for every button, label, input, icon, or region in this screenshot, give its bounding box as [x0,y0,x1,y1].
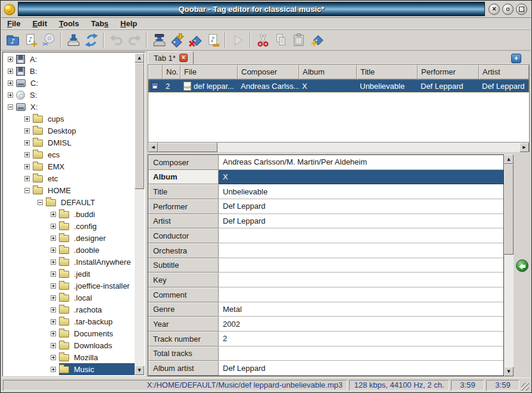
add-tab-button[interactable]: + [511,54,521,63]
property-value[interactable] [219,228,503,243]
menu-tools[interactable]: Tools [59,19,79,28]
expand-plus-icon[interactable] [24,116,30,122]
tree-item-etc[interactable]: etc [4,172,135,184]
expand-plus-icon[interactable] [8,69,13,74]
copy-button[interactable] [272,31,290,49]
property-row-artist[interactable]: ArtistDef Leppard [148,214,503,229]
property-value[interactable]: 2002 [219,317,503,332]
property-row-album-selected[interactable]: AlbumX [148,170,503,185]
minimize-button[interactable] [502,4,514,15]
tree-item-config[interactable]: .config [4,220,135,232]
expand-plus-icon[interactable] [24,152,30,157]
menu-tabs[interactable]: Tabs [91,19,108,28]
tree-item-desktop[interactable]: Desktop [4,125,135,137]
titlebar-gradient[interactable]: Qoobar - Tag editor for classical music* [18,2,485,16]
reload-button[interactable] [82,31,100,49]
tree-item-home[interactable]: HOME [4,184,135,196]
property-value[interactable] [219,243,503,258]
tree-item-rachota[interactable]: .rachota [4,304,135,315]
tree-item-downloads[interactable]: Downloads [4,339,135,351]
expand-plus-icon[interactable] [51,355,56,360]
expand-plus-icon[interactable] [51,224,56,229]
close-button[interactable]: × [489,4,500,15]
collapse-minus-icon[interactable] [8,104,13,110]
properties-scrollbar[interactable]: ▲ ▼ [504,154,514,376]
property-value[interactable]: Unbelievable [219,184,503,199]
expand-plus-icon[interactable] [51,271,56,277]
property-value[interactable]: Andreas Carlsson/M. Martin/Per Aldeheim [219,155,503,170]
property-value[interactable] [219,258,503,273]
property-row-comment[interactable]: Comment [148,287,503,302]
property-row-year[interactable]: Year2002 [148,317,503,332]
expand-plus-icon[interactable] [8,57,13,62]
expand-plus-icon[interactable] [24,140,30,146]
tree-item-mozilla[interactable]: Mozilla [4,351,135,363]
cut-button[interactable] [254,31,272,49]
expand-plus-icon[interactable] [24,176,30,181]
property-value[interactable]: Def Leppard [219,214,503,229]
tab-1[interactable]: Tab 1* × [148,51,194,64]
tree-item-dmisl[interactable]: DMISL [4,137,135,148]
property-row-track-number[interactable]: Track number2 [148,332,503,346]
property-row-title[interactable]: TitleUnbelievable [148,184,503,199]
scroll-thumb[interactable] [135,63,144,189]
save-button[interactable] [64,31,82,49]
tree-item-installanywhere[interactable]: .InstallAnywhere [4,256,135,268]
add-files-button[interactable]: ♪+ [21,31,39,49]
tree-item-cups[interactable]: cups [4,113,135,125]
tree-item-drive-s[interactable]: S: [4,89,135,101]
tree-scrollbar[interactable]: ▲ ▼ [135,53,144,375]
remove-file-button[interactable]: ♪ [204,31,222,49]
column-header-title[interactable]: Title [357,65,418,79]
expand-plus-icon[interactable] [51,331,56,336]
column-header-album[interactable]: Album [299,65,357,79]
menu-help[interactable]: Help [120,19,137,28]
expand-plus-icon[interactable] [24,164,30,169]
scroll-up-button[interactable]: ▲ [135,53,144,63]
expand-plus-icon[interactable] [51,307,56,312]
property-row-total-tracks[interactable]: Total tracks [148,346,503,361]
tree-item-joeffice-installer[interactable]: .joeffice-installer [4,280,135,292]
add-tag-button[interactable] [307,31,325,49]
menu-edit[interactable]: Edit [32,19,47,28]
expand-plus-icon[interactable] [51,319,56,324]
maximize-button[interactable] [516,4,527,15]
tree-item-local[interactable]: .local [4,292,135,304]
property-value[interactable] [219,273,503,287]
table-row-selected[interactable]: 2 mp3def leppar... Andreas Carlss... X U… [148,79,529,92]
scroll-thumb[interactable] [158,143,217,152]
write-tags-button[interactable] [150,31,168,49]
menu-file[interactable]: File [7,19,20,28]
property-value[interactable] [219,287,503,302]
tree-item-drive-a[interactable]: A: [4,53,135,65]
scroll-down-button[interactable]: ▼ [135,366,144,375]
property-row-conductor[interactable]: Conductor [148,228,503,243]
tree-item-music-selected[interactable]: Music [4,363,135,375]
column-header-artist[interactable]: Artist [479,65,529,79]
delete-tags-button[interactable] [186,31,204,49]
expand-plus-icon[interactable] [51,295,56,301]
collapse-minus-icon[interactable] [24,188,30,193]
app-logo-icon[interactable] [1,1,18,17]
expand-plus-icon[interactable] [51,247,56,253]
tree-item-drive-c[interactable]: C: [4,77,135,89]
column-header-status[interactable] [148,65,163,79]
tree-item-emx[interactable]: EMX [4,160,135,172]
expand-plus-icon[interactable] [51,236,56,241]
expand-plus-icon[interactable] [51,283,56,289]
property-value[interactable]: 2 [219,332,503,346]
property-value[interactable]: Def Leppard [219,199,503,214]
cd-button[interactable]: ✂ [39,31,57,49]
expand-plus-icon[interactable] [51,367,56,372]
tree-item-ecs[interactable]: ecs [4,148,135,160]
property-row-subtitle[interactable]: Subtitle [148,258,503,273]
redo-button[interactable] [125,31,143,49]
collapse-panel-button[interactable] [516,259,528,272]
collapse-minus-icon[interactable] [38,200,43,205]
expand-plus-icon[interactable] [51,259,56,265]
tree-item-buddi[interactable]: .buddi [4,208,135,220]
property-value[interactable]: Def Leppard [219,361,503,376]
play-button[interactable] [229,31,247,49]
column-header-no[interactable]: No. [163,65,181,79]
property-value[interactable] [219,346,503,361]
